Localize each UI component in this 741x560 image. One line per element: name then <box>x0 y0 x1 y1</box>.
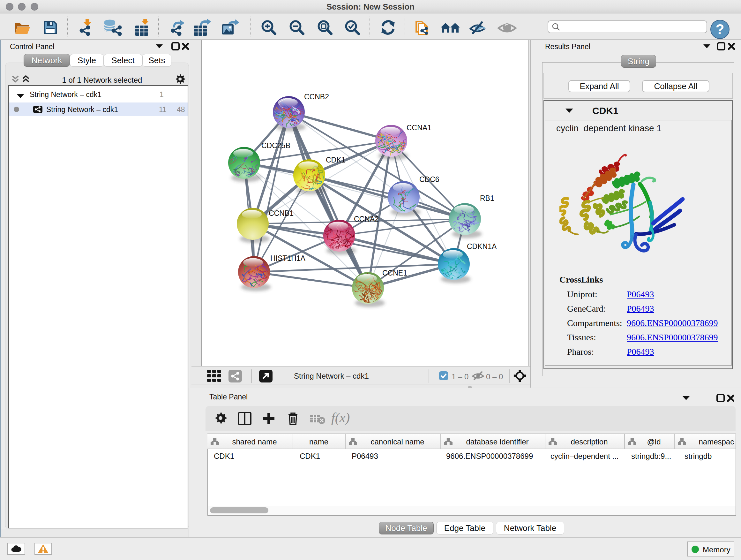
svg-text:RB1: RB1 <box>480 194 494 202</box>
svg-text:CDC25B: CDC25B <box>261 141 290 150</box>
svg-text:CCNB2: CCNB2 <box>304 92 329 101</box>
svg-text:HIST1H1A: HIST1H1A <box>270 254 306 262</box>
svg-text:CCNE1: CCNE1 <box>382 269 407 277</box>
svg-text:CDC6: CDC6 <box>419 175 440 184</box>
svg-text:CCNA1: CCNA1 <box>407 124 431 132</box>
svg-text:CDK1: CDK1 <box>326 156 345 164</box>
svg-text:CCNB1: CCNB1 <box>269 209 293 217</box>
svg-text:CDKN1A: CDKN1A <box>467 242 497 251</box>
svg-text:CCNA2: CCNA2 <box>354 215 379 223</box>
